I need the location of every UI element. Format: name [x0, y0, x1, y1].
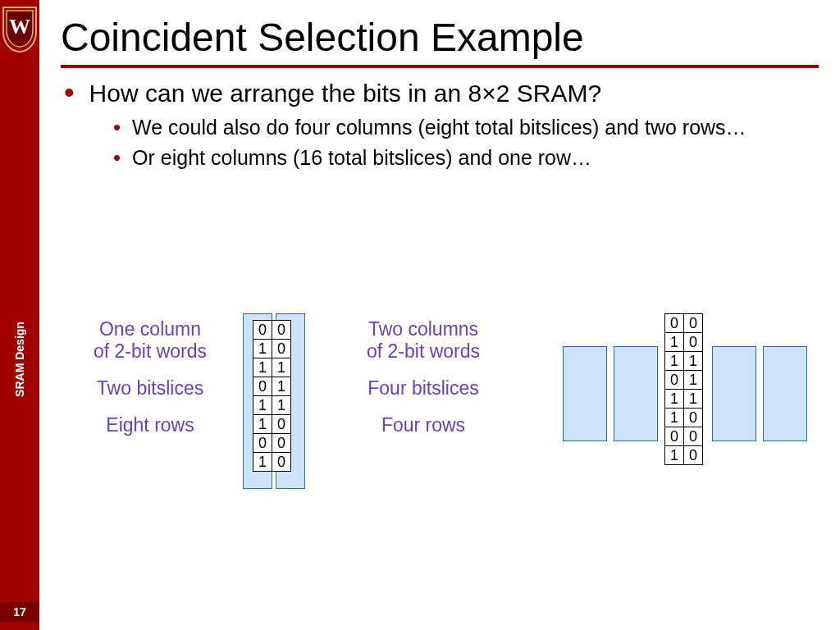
bullet-list: • How can we arrange the bits in an 8×2 …: [64, 80, 840, 170]
table-row: 01: [253, 377, 291, 396]
table-row: 10: [665, 446, 703, 465]
table-row: 11: [665, 352, 703, 371]
label-line: One column: [72, 318, 228, 340]
bit-cell: 0: [684, 427, 703, 446]
table-row: 11: [665, 390, 703, 409]
table-row: 00: [665, 314, 703, 333]
bullet-dot-icon: •: [64, 83, 75, 103]
label-line: of 2-bit words: [341, 340, 505, 363]
table-row: 10: [665, 333, 703, 352]
table-row: 10: [253, 340, 291, 358]
diagram-label-left: One column of 2-bit words Two bitslices …: [72, 318, 228, 436]
bullet-level2: • We could also do four columns (eight t…: [113, 116, 840, 139]
bit-cell: 1: [253, 396, 272, 415]
slide-content: Coincident Selection Example • How can w…: [39, 0, 840, 630]
university-crest-icon: W: [0, 0, 39, 57]
label-line: of 2-bit words: [72, 340, 228, 363]
bit-cell: 1: [684, 352, 703, 371]
bit-cell: 0: [272, 453, 291, 472]
bit-diagram-right: 0010110111100010: [546, 313, 792, 494]
bit-cell: 0: [684, 314, 703, 333]
bit-cell: 1: [665, 446, 684, 465]
bit-cell: 0: [665, 371, 684, 390]
bit-cell: 0: [253, 321, 272, 340]
bullet-dot-icon: •: [113, 149, 121, 166]
bit-cell: 0: [684, 446, 703, 465]
bullet-text: We could also do four columns (eight tot…: [132, 116, 746, 139]
label-line: Two bitslices: [72, 377, 228, 399]
title-rule: [61, 65, 819, 68]
bit-cell: 0: [684, 409, 703, 427]
bit-cell: 1: [665, 352, 684, 371]
bit-cell: 1: [665, 333, 684, 352]
sidebar-section-label: SRAM Design: [13, 322, 26, 397]
table-row: 00: [665, 427, 703, 446]
bit-cell: 0: [272, 415, 291, 434]
sub-bullet-list: • We could also do four columns (eight t…: [113, 116, 840, 170]
bullet-text: Or eight columns (16 total bitslices) an…: [132, 146, 591, 170]
table-row: 00: [253, 434, 291, 453]
bit-cell: 0: [253, 377, 272, 396]
bullet-level1: • How can we arrange the bits in an 8×2 …: [64, 80, 840, 107]
table-row: 10: [253, 415, 291, 434]
bit-cell: 1: [253, 340, 272, 358]
table-row: 01: [665, 371, 703, 390]
svg-text:W: W: [9, 15, 30, 39]
bitslice-bg: [763, 346, 807, 441]
diagram-label-right: Two columns of 2-bit words Four bitslice…: [341, 318, 505, 436]
bit-cell: 0: [684, 333, 703, 352]
bit-cell: 1: [253, 415, 272, 434]
table-row: 11: [253, 396, 291, 415]
bitslice-bg: [614, 346, 658, 441]
table-row: 11: [253, 358, 291, 377]
bit-table: 0010110111100010: [664, 313, 703, 465]
bit-cell: 0: [272, 340, 291, 358]
bit-diagram-left: 0010110111100010: [243, 313, 308, 494]
bullet-text: How can we arrange the bits in an 8×2 SR…: [89, 80, 602, 107]
table-row: 10: [253, 453, 291, 472]
bit-cell: 1: [665, 409, 684, 427]
bit-cell: 1: [253, 358, 272, 377]
bit-cell: 1: [272, 377, 291, 396]
bit-cell: 0: [272, 321, 291, 340]
label-line: Four rows: [341, 414, 505, 436]
bit-cell: 1: [272, 358, 291, 377]
bullet-dot-icon: •: [113, 119, 121, 135]
bit-table: 0010110111100010: [253, 320, 291, 472]
slide-title: Coincident Selection Example: [61, 15, 840, 60]
bit-cell: 0: [665, 314, 684, 333]
bitslice-bg: [563, 346, 607, 441]
table-row: 10: [665, 409, 703, 427]
table-row: 00: [253, 321, 291, 340]
label-line: Eight rows: [72, 414, 228, 436]
bit-cell: 1: [684, 371, 703, 390]
bit-cell: 1: [253, 453, 272, 472]
bit-cell: 0: [253, 434, 272, 453]
bit-cell: 0: [272, 434, 291, 453]
bitslice-bg: [712, 346, 756, 441]
bit-cell: 1: [684, 390, 703, 409]
bullet-level2: • Or eight columns (16 total bitslices) …: [113, 146, 840, 170]
bit-cell: 1: [665, 390, 684, 409]
label-line: Two columns: [341, 318, 505, 340]
sidebar: W SRAM Design 17: [0, 0, 39, 630]
label-line: Four bitslices: [341, 377, 505, 399]
bit-cell: 1: [272, 396, 291, 415]
bit-cell: 0: [665, 427, 684, 446]
page-number: 17: [0, 602, 39, 622]
